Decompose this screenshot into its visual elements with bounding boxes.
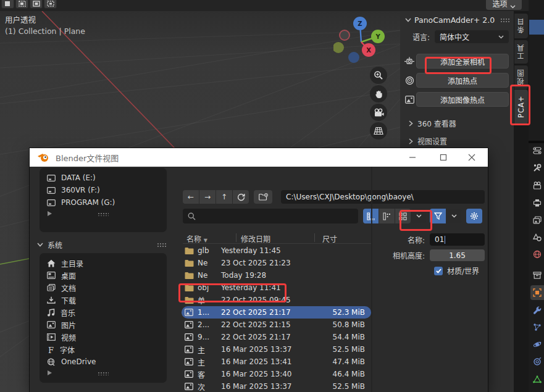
tab-world-icon[interactable] xyxy=(530,247,544,262)
box-select-mode-button[interactable] xyxy=(15,0,28,9)
file-row[interactable]: 2...22 Oct 2025 21:1550.8 MiB xyxy=(182,319,371,331)
tab-object-icon-active[interactable] xyxy=(530,285,544,300)
volume-360vr-f[interactable]: 360VR (F:) xyxy=(40,184,167,196)
up-button[interactable]: ↑ xyxy=(216,190,232,204)
outliner-selected-row[interactable] xyxy=(529,20,544,35)
viewport-header: 选项 xyxy=(0,0,544,11)
options-dropdown[interactable]: 选项 xyxy=(486,0,522,10)
folder-icon xyxy=(184,247,194,254)
tab-physics-icon[interactable] xyxy=(530,337,544,352)
volume-data-e[interactable]: DATA (E:) xyxy=(40,172,167,184)
minimize-button[interactable] xyxy=(399,148,426,167)
file-row[interactable]: objYesterday 11:41 xyxy=(182,281,371,294)
tab-output-icon[interactable] xyxy=(530,195,544,210)
svg-text:Z: Z xyxy=(358,20,362,27)
volume-program-g[interactable]: PROGRAM (G:) xyxy=(40,196,167,209)
sidebar-item-documents[interactable]: 文档 xyxy=(40,281,167,294)
editor-type-icon[interactable] xyxy=(530,143,544,158)
file-row[interactable]: 客16 Mar 2025 13:4046.4 MiB xyxy=(182,368,371,380)
forward-button[interactable]: → xyxy=(199,190,216,204)
column-date[interactable]: 修改日期 xyxy=(241,233,270,244)
add-pano-camera-button[interactable]: 添加全景相机 xyxy=(416,54,509,69)
column-resize-handle[interactable] xyxy=(314,233,315,242)
pan-hand-tool[interactable] xyxy=(370,85,387,102)
new-folder-button[interactable] xyxy=(254,190,272,204)
grid-ortho-tool[interactable] xyxy=(370,122,387,140)
file-row[interactable]: 单22 Oct 2025 09:45 xyxy=(182,294,371,306)
add-image-hotspot-button[interactable]: 添加图像热点 xyxy=(416,92,509,107)
tab-pca-active[interactable]: PCA+ xyxy=(514,90,528,124)
sidebar-item-desktop[interactable]: 桌面 xyxy=(40,269,167,281)
tab-tool[interactable]: 工具 xyxy=(514,40,528,64)
navigation-gizmo[interactable]: Z Y X xyxy=(333,14,401,70)
add-hotspot-button[interactable]: 添加热点 xyxy=(416,73,509,88)
zoom-tool[interactable] xyxy=(370,67,387,84)
name-input[interactable]: 01 xyxy=(430,233,485,246)
panel-drag-dots[interactable] xyxy=(500,18,510,22)
section-view-settings[interactable]: 视图设置 xyxy=(400,131,514,149)
tab-view[interactable]: 视图 xyxy=(514,65,528,89)
tab-item[interactable]: 条目 xyxy=(514,14,528,38)
camera-data-icon xyxy=(403,57,416,65)
tab-tool-icon[interactable] xyxy=(530,161,544,175)
volumes-box: DATA (E:) 360VR (F:) PROGRAM (G:) xyxy=(40,168,167,232)
viewport-tools xyxy=(370,67,388,141)
name-label: 名称: xyxy=(373,235,430,245)
column-size[interactable]: 尺寸 xyxy=(322,233,337,244)
camera-view-tool[interactable] xyxy=(370,104,387,121)
tab-constraints-icon[interactable] xyxy=(530,354,544,369)
disk-drive-icon xyxy=(47,187,56,194)
axis-neg-x xyxy=(340,30,349,40)
refresh-button[interactable] xyxy=(233,190,249,204)
system-expand-row[interactable] xyxy=(40,368,167,378)
file-row[interactable]: 次16 Mar 2025 13:3752.5 MiB xyxy=(182,380,371,392)
column-resize-handle[interactable] xyxy=(236,233,236,242)
sidebar-item-onedrive[interactable]: OneDrive xyxy=(40,356,167,368)
sidebar-item-pictures[interactable]: 图片 xyxy=(40,319,167,331)
tab-object-data-icon[interactable] xyxy=(530,372,544,386)
file-row[interactable]: Ne23 Oct 2025 21:23 xyxy=(182,257,371,269)
tweak-select-mode-button[interactable] xyxy=(1,0,14,9)
material-world-checkbox[interactable] xyxy=(434,267,443,275)
image-file-icon xyxy=(184,346,194,353)
sidebar-item-videos[interactable]: 视频 xyxy=(40,331,167,343)
tab-view-layer-icon[interactable] xyxy=(530,212,544,227)
sidebar-item-downloads[interactable]: 下载 xyxy=(40,294,167,306)
system-section-header[interactable]: 系统 xyxy=(37,240,169,250)
panel-collapse-icon[interactable] xyxy=(405,18,411,22)
maximize-button[interactable] xyxy=(430,148,457,167)
file-row[interactable]: NeToday 19:28 xyxy=(182,269,371,281)
sidebar-item-home[interactable]: 主目录 xyxy=(40,257,167,269)
tab-scene-icon[interactable] xyxy=(530,230,544,244)
lasso-select-mode-button[interactable] xyxy=(44,0,57,9)
circle-select-mode-button[interactable] xyxy=(30,0,43,9)
sidebar-item-fonts[interactable]: F 字体 xyxy=(40,343,167,356)
sidebar-item-music[interactable]: 音乐 xyxy=(40,306,167,319)
refresh-icon xyxy=(237,193,245,201)
image-file-icon xyxy=(184,358,194,365)
search-icon xyxy=(188,212,196,220)
volumes-expand-row[interactable] xyxy=(40,209,167,219)
panel-title: PanoCamAdder+ 2.0 xyxy=(414,15,495,25)
column-name[interactable]: 名称 ▼ xyxy=(186,233,207,244)
properties-editor-strip xyxy=(529,0,544,392)
file-row[interactable]: glbYesterday 11:45 xyxy=(182,244,371,257)
file-row-selected[interactable]: 1...22 Oct 2025 21:1752.3 MiB xyxy=(182,306,371,319)
tab-collection-icon[interactable] xyxy=(530,268,544,283)
panel-divider[interactable] xyxy=(371,167,372,392)
dialog-titlebar[interactable]: Blender文件视图 xyxy=(30,148,488,167)
tab-particles-icon[interactable] xyxy=(530,320,544,335)
search-input[interactable] xyxy=(183,209,358,223)
camera-height-field[interactable]: 1.65 xyxy=(430,249,485,261)
back-button[interactable]: ← xyxy=(183,190,199,204)
viewport-overlay: 用户透视 (1) Collection | Plane xyxy=(5,15,85,37)
language-select[interactable]: 简体中文 xyxy=(435,30,509,43)
file-row[interactable]: 9...22 Oct 2025 21:1754.4 MiB xyxy=(182,331,371,343)
close-button[interactable] xyxy=(458,148,485,167)
file-row[interactable]: 主16 Mar 2025 13:3752.5 MiB xyxy=(182,343,371,356)
section-360-viewer[interactable]: 360 查看器 xyxy=(400,113,514,131)
tab-render-icon[interactable] xyxy=(530,178,544,193)
tab-modifiers-icon[interactable] xyxy=(530,302,544,317)
file-row[interactable]: 主16 Mar 2025 13:4147.4 MiB xyxy=(182,356,371,368)
image-icon xyxy=(47,321,56,328)
